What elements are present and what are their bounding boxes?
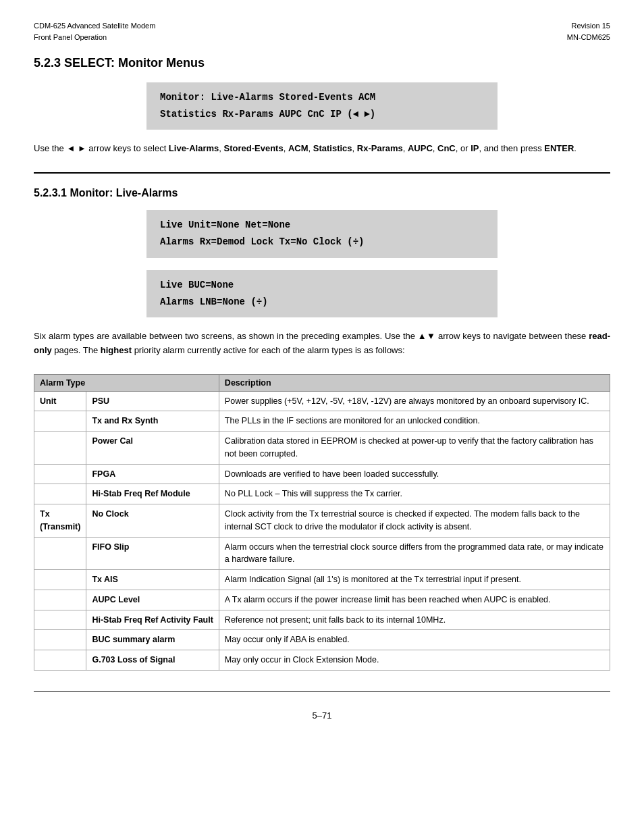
alarm-subtype-cell: Tx and Rx Synth <box>86 411 219 432</box>
mono-line1: Monitor: Live-Alarms Stored-Events ACM <box>160 89 484 106</box>
header-left-line1: CDM-625 Advanced Satellite Modem <box>34 20 155 32</box>
alarm-type-cell <box>34 537 86 570</box>
page-number: 5–71 <box>34 710 610 721</box>
table-row: FPGADownloads are verified to have been … <box>34 464 610 484</box>
alarm-type-cell <box>34 630 86 650</box>
alarm-description-cell: Clock activity from the Tx terrestrial s… <box>219 504 610 538</box>
section-5231: 5.2.3.1 Monitor: Live-Alarms Live Unit=N… <box>34 187 610 671</box>
alarm-description-cell: Downloads are verified to have been load… <box>219 464 610 484</box>
header-right-line2: MN-CDM625 <box>567 32 610 43</box>
mono-line2: Statistics Rx-Params AUPC CnC IP (◄ ►) <box>160 106 484 123</box>
alarm-description-cell: May occur only if ABA is enabled. <box>219 630 610 650</box>
table-row: Tx AISAlarm Indication Signal (all 1's) … <box>34 570 610 590</box>
monitor-menu-display: Monitor: Live-Alarms Stored-Events ACM S… <box>146 82 498 130</box>
alarm-description-cell: Power supplies (+5V, +12V, -5V, +18V, -1… <box>219 391 610 411</box>
alarm-type-cell <box>34 411 86 432</box>
mono-live2-line1: Live BUC=None <box>160 277 484 294</box>
page-header: CDM-625 Advanced Satellite Modem Front P… <box>34 20 610 43</box>
table-row: Hi-Stab Freq Ref Activity FaultReference… <box>34 610 610 630</box>
alarm-type-cell <box>34 432 86 465</box>
live-alarms-display-1: Live Unit=None Net=None Alarms Rx=Demod … <box>146 210 498 257</box>
table-row: AUPC LevelA Tx alarm occurs if the power… <box>34 590 610 610</box>
alarm-description-cell: Reference not present; unit falls back t… <box>219 610 610 630</box>
alarm-type-cell <box>34 590 86 610</box>
alarm-description-cell: No PLL Lock – This will suppress the Tx … <box>219 484 610 504</box>
header-right-line1: Revision 15 <box>567 20 610 32</box>
table-row: Tx (Transmit)No ClockClock activity from… <box>34 504 610 538</box>
live-alarms-display-2: Live BUC=None Alarms LNB=None (÷) <box>146 270 498 317</box>
table-row: Hi-Stab Freq Ref ModuleNo PLL Lock – Thi… <box>34 484 610 504</box>
section-divider <box>34 172 610 174</box>
alarm-subtype-cell: Tx AIS <box>86 570 219 590</box>
table-row: BUC summary alarmMay occur only if ABA i… <box>34 630 610 650</box>
footer: 5–71 <box>34 691 610 721</box>
table-row: Power CalCalibration data stored in EEPR… <box>34 432 610 465</box>
header-right: Revision 15 MN-CDM625 <box>567 20 610 43</box>
header-left-line2: Front Panel Operation <box>34 32 155 43</box>
section-5231-description: Six alarm types are available between tw… <box>34 330 610 358</box>
alarm-subtype-cell: FIFO Slip <box>86 537 219 570</box>
alarm-subtype-cell: AUPC Level <box>86 590 219 610</box>
alarm-subtype-cell: G.703 Loss of Signal <box>86 650 219 671</box>
alarm-table: Alarm Type Description UnitPSUPower supp… <box>34 374 610 671</box>
section-523-title: 5.2.3 SELECT: Monitor Menus <box>34 56 610 70</box>
alarm-type-cell <box>34 610 86 630</box>
header-left: CDM-625 Advanced Satellite Modem Front P… <box>34 20 155 43</box>
mono-live1-line1: Live Unit=None Net=None <box>160 217 484 234</box>
alarm-description-cell: Alarm Indication Signal (all 1's) is mon… <box>219 570 610 590</box>
alarm-type-cell: Tx (Transmit) <box>34 504 86 538</box>
section-523-description: Use the ◄ ► arrow keys to select Live-Al… <box>34 142 610 156</box>
alarm-subtype-cell: Power Cal <box>86 432 219 465</box>
alarm-type-cell <box>34 464 86 484</box>
mono-live1-line2: Alarms Rx=Demod Lock Tx=No Clock (÷) <box>160 234 484 251</box>
alarm-description-cell: The PLLs in the IF sections are monitore… <box>219 411 610 432</box>
section-523: 5.2.3 SELECT: Monitor Menus Monitor: Liv… <box>34 56 610 156</box>
table-row: Tx and Rx SynthThe PLLs in the IF sectio… <box>34 411 610 432</box>
alarm-type-cell: Unit <box>34 391 86 411</box>
alarm-description-cell: A Tx alarm occurs if the power increase … <box>219 590 610 610</box>
alarm-subtype-cell: Hi-Stab Freq Ref Module <box>86 484 219 504</box>
alarm-subtype-cell: No Clock <box>86 504 219 538</box>
alarm-subtype-cell: PSU <box>86 391 219 411</box>
section-5231-title: 5.2.3.1 Monitor: Live-Alarms <box>34 187 610 199</box>
table-row: UnitPSUPower supplies (+5V, +12V, -5V, +… <box>34 391 610 411</box>
alarm-type-cell <box>34 484 86 504</box>
table-row: G.703 Loss of SignalMay only occur in Cl… <box>34 650 610 671</box>
mono-live2-line2: Alarms LNB=None (÷) <box>160 294 484 311</box>
alarm-subtype-cell: FPGA <box>86 464 219 484</box>
col-alarm-type-header: Alarm Type <box>34 374 219 391</box>
alarm-description-cell: May only occur in Clock Extension Mode. <box>219 650 610 671</box>
alarm-subtype-cell: Hi-Stab Freq Ref Activity Fault <box>86 610 219 630</box>
alarm-type-cell <box>34 570 86 590</box>
alarm-description-cell: Alarm occurs when the terrestrial clock … <box>219 537 610 570</box>
alarm-type-cell <box>34 650 86 671</box>
alarm-subtype-cell: BUC summary alarm <box>86 630 219 650</box>
table-row: FIFO SlipAlarm occurs when the terrestri… <box>34 537 610 570</box>
alarm-description-cell: Calibration data stored in EEPROM is che… <box>219 432 610 465</box>
col-description-header: Description <box>219 374 610 391</box>
